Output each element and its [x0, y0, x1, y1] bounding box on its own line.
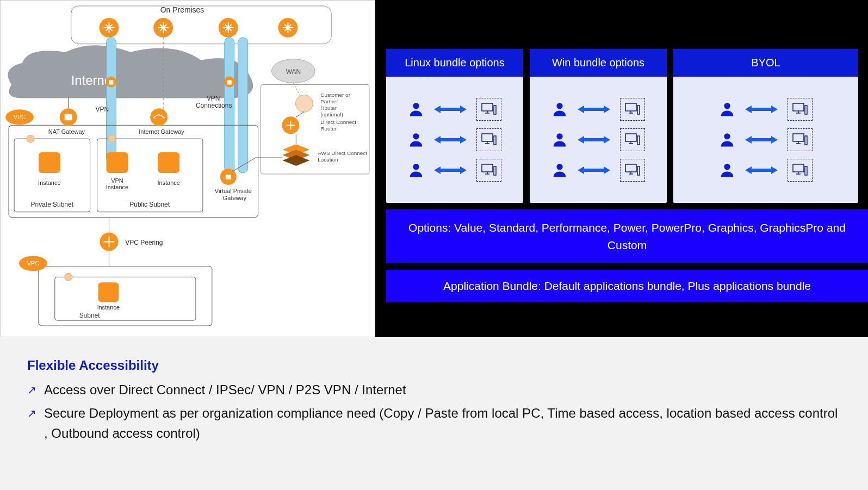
- label-wan: WAN: [286, 68, 301, 76]
- label-vpc: VPC: [14, 114, 26, 120]
- svg-rect-57: [494, 166, 496, 175]
- bundle-row-item: [392, 98, 518, 121]
- svg-marker-91: [745, 166, 778, 174]
- svg-rect-7: [109, 80, 113, 85]
- double-arrow-icon: [578, 104, 610, 114]
- person-icon: [551, 132, 568, 148]
- vpn-tube-icon: [238, 38, 248, 173]
- svg-text:VPN: VPN: [207, 95, 220, 102]
- svg-rect-41: [55, 277, 196, 320]
- flexible-accessibility-section: Flexible Accessibility ↗ Access over Dir…: [0, 337, 868, 490]
- bundle-row-item: [535, 159, 661, 182]
- double-arrow-icon: [745, 165, 778, 175]
- desktop-icon: [620, 128, 645, 151]
- person-icon: [719, 162, 735, 178]
- svg-rect-75: [637, 166, 640, 175]
- svg-marker-43: [434, 106, 467, 113]
- desktop-icon: [788, 128, 813, 151]
- arrow-bullet-icon: ↗: [27, 405, 36, 422]
- bundle-row-item: [392, 159, 518, 182]
- instance-icon: [106, 152, 128, 173]
- svg-point-54: [413, 164, 419, 170]
- label-vpc-peering: VPC Peering: [125, 239, 163, 246]
- bundle-card-win: Win bundle options: [530, 49, 667, 203]
- svg-point-90: [724, 164, 730, 170]
- svg-text:Router: Router: [320, 126, 337, 132]
- svg-rect-11: [261, 85, 369, 174]
- svg-text:AWS Direct Connect: AWS Direct Connect: [318, 150, 367, 156]
- double-arrow-icon: [578, 135, 610, 145]
- double-arrow-icon: [578, 165, 610, 175]
- svg-point-60: [556, 103, 562, 109]
- person-icon: [551, 101, 568, 117]
- instance-icon: [39, 152, 60, 173]
- options-bar: Options: Value, Standard, Performance, P…: [386, 209, 868, 263]
- aws-dc-location-icon: [282, 144, 309, 166]
- svg-text:Router: Router: [320, 105, 337, 111]
- bundle-row-item: [392, 128, 518, 151]
- desktop-icon: [476, 98, 501, 121]
- bullet-item: ↗ Secure Deployment as per organization …: [27, 403, 841, 443]
- instance-icon: [158, 152, 179, 173]
- instance-icon: [98, 282, 119, 302]
- svg-text:Gateway: Gateway: [223, 195, 247, 201]
- svg-text:Virtual Private: Virtual Private: [215, 188, 252, 194]
- lock-icon: [65, 273, 72, 281]
- svg-rect-8: [227, 80, 232, 85]
- svg-marker-49: [434, 136, 467, 144]
- svg-marker-55: [434, 166, 467, 174]
- svg-marker-20: [282, 155, 309, 166]
- svg-point-48: [413, 133, 419, 139]
- label-instance2: Instance: [157, 179, 179, 186]
- bundle-card-linux: Linux bundle options: [386, 49, 523, 203]
- person-icon: [719, 132, 735, 148]
- double-arrow-icon: [434, 104, 467, 114]
- svg-rect-50: [482, 134, 493, 141]
- svg-text:Location: Location: [318, 157, 338, 163]
- bundle-header: BYOL: [673, 49, 858, 77]
- bundle-row-item: [679, 128, 853, 151]
- svg-rect-45: [494, 106, 496, 114]
- label-nat-gateway: NAT Gateway: [48, 128, 85, 135]
- desktop-icon: [620, 159, 645, 182]
- label-private-subnet: Private Subnet: [31, 201, 74, 208]
- svg-rect-62: [625, 103, 636, 111]
- svg-text:Instance: Instance: [106, 184, 128, 190]
- vpc-badge-icon: VPC: [19, 256, 47, 271]
- internet-gateway-icon: [150, 108, 168, 126]
- svg-rect-68: [625, 134, 636, 141]
- label-public-subnet: Public Subnet: [129, 201, 170, 208]
- svg-text:VPN: VPN: [111, 177, 123, 184]
- svg-rect-92: [793, 164, 804, 172]
- bundle-row-item: [679, 98, 853, 121]
- desktop-icon: [620, 98, 645, 121]
- svg-point-84: [724, 133, 730, 139]
- bundle-card-byol: BYOL: [673, 49, 858, 203]
- desktop-icon: [476, 159, 501, 182]
- svg-text:Connections: Connections: [196, 102, 232, 109]
- lock-icon: [27, 135, 34, 142]
- svg-rect-27: [65, 114, 72, 120]
- svg-marker-85: [745, 136, 778, 144]
- svg-text:Partner: Partner: [320, 98, 338, 104]
- svg-line-24: [296, 111, 304, 117]
- svg-rect-51: [494, 136, 496, 145]
- svg-point-66: [556, 133, 562, 139]
- bundle-panel: Linux bundle options Win bundle options …: [375, 0, 868, 337]
- double-arrow-icon: [745, 104, 778, 114]
- double-arrow-icon: [434, 165, 467, 175]
- bundle-row-item: [535, 98, 661, 121]
- svg-rect-87: [805, 136, 807, 145]
- app-bundle-bar: Application Bundle: Default applications…: [386, 270, 868, 302]
- label-on-premises: On Premises: [160, 5, 204, 14]
- vpn-tube-icon: [106, 38, 116, 162]
- bundle-header: Win bundle options: [530, 49, 667, 77]
- label-instance3: instance: [97, 304, 120, 311]
- svg-text:Customer or: Customer or: [320, 92, 350, 98]
- desktop-icon: [476, 128, 501, 151]
- svg-marker-67: [578, 136, 610, 144]
- svg-point-72: [556, 164, 562, 170]
- desktop-icon: [788, 98, 813, 121]
- bullet-text: Secure Deployment as per organization co…: [44, 403, 841, 443]
- person-icon: [408, 162, 424, 178]
